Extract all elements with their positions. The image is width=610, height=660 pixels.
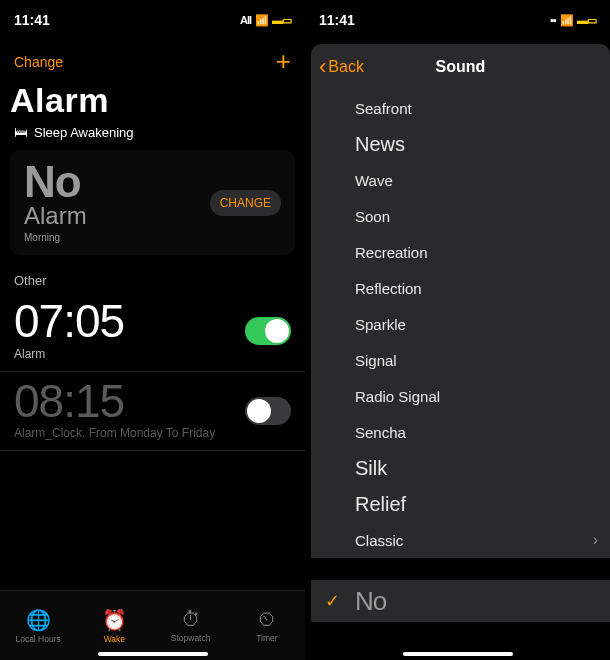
change-sleep-button[interactable]: CHANGE — [210, 190, 281, 216]
sound-option[interactable]: Signal — [311, 342, 610, 378]
sound-option[interactable]: Soon — [311, 198, 610, 234]
other-section-label: Other — [0, 255, 305, 292]
tab-label: Local Hours — [15, 634, 60, 644]
home-indicator[interactable] — [403, 652, 513, 656]
sound-option[interactable]: Radio Signal — [311, 378, 610, 414]
left-phone: 11:41 All 📶 ▬▭ Change + Alarm 🛏 Sleep Aw… — [0, 0, 305, 660]
page-title: Alarm — [0, 77, 305, 124]
status-time: 11:41 — [14, 12, 50, 28]
sound-label: Soon — [355, 208, 390, 225]
sound-label: Sencha — [355, 424, 406, 441]
status-bar: 11:41 All 📶 ▬▭ — [0, 0, 305, 40]
sound-option[interactable]: Sencha — [311, 414, 610, 450]
tab-stopwatch[interactable]: ⏱ Stopwatch — [153, 591, 229, 660]
alarm-row[interactable]: 08:15 Alarm_Clock. From Monday To Friday — [0, 372, 305, 452]
add-alarm-icon[interactable]: + — [276, 46, 291, 77]
battery-icon: ▬▭ — [577, 14, 596, 27]
back-button[interactable]: ‹ Back — [311, 54, 364, 80]
status-time: 11:41 — [319, 12, 355, 28]
edit-button[interactable]: Change — [14, 54, 63, 70]
toggle-knob — [247, 399, 271, 423]
sound-option[interactable]: Seafront — [311, 90, 610, 126]
tab-label: Timer — [256, 633, 277, 643]
sound-label: Radio Signal — [355, 388, 440, 405]
alarm-row[interactable]: 07:05 Alarm — [0, 292, 305, 372]
chevron-right-icon: › — [593, 531, 598, 549]
stopwatch-icon: ⏱ — [181, 608, 201, 631]
selected-sound-label: No — [355, 586, 386, 617]
sound-option[interactable]: Recreation — [311, 234, 610, 270]
back-label: Back — [328, 58, 364, 76]
alarm-label: Alarm — [14, 347, 291, 369]
selected-sound-row[interactable]: ✓ No — [311, 580, 610, 622]
wifi-icon: 📶 — [255, 14, 268, 27]
battery-icon: ▬▭ — [272, 14, 291, 27]
sleep-alarm-line3: Morning — [24, 232, 281, 243]
home-indicator[interactable] — [98, 652, 208, 656]
status-icons: ▪▪ 📶 ▬▭ — [550, 14, 596, 27]
toggle-knob — [265, 319, 289, 343]
sound-option[interactable]: Relief — [311, 486, 610, 522]
sleep-alarm-card: No Alarm Morning CHANGE — [10, 150, 295, 255]
signal-icon: ▪▪ — [550, 14, 556, 26]
sound-label: Wave — [355, 172, 393, 189]
sound-label: Recreation — [355, 244, 428, 261]
nav-title: Sound — [436, 58, 486, 76]
sound-option[interactable]: Reflection — [311, 270, 610, 306]
sound-list: Seafront News Wave Soon Recreation Refle… — [311, 90, 610, 558]
sound-label: Sparkle — [355, 316, 406, 333]
right-phone: 11:41 ▪▪ 📶 ▬▭ ‹ Back Sound Seafront News… — [305, 0, 610, 660]
tab-timer[interactable]: ⏲ Timer — [229, 591, 305, 660]
sound-option[interactable]: Wave — [311, 162, 610, 198]
sound-label: Reflection — [355, 280, 422, 297]
alarm-icon: ⏰ — [102, 608, 127, 632]
sound-label: News — [355, 133, 405, 156]
wifi-icon: 📶 — [560, 14, 573, 27]
tab-label: Stopwatch — [171, 633, 211, 643]
list-gap — [311, 558, 610, 580]
tab-label: Wake — [104, 634, 125, 644]
status-bar: 11:41 ▪▪ 📶 ▬▭ — [305, 0, 610, 40]
alarm-toggle[interactable] — [245, 397, 291, 425]
sound-label: Classic — [355, 532, 403, 549]
timer-icon: ⏲ — [257, 608, 277, 631]
sound-option[interactable]: Silk — [311, 450, 610, 486]
header-bar: Change + — [0, 40, 305, 77]
checkmark-icon: ✓ — [325, 590, 340, 612]
nav-bar: ‹ Back Sound — [311, 44, 610, 90]
status-icons: All 📶 ▬▭ — [240, 14, 291, 27]
sound-label: Silk — [355, 457, 387, 480]
sound-label: Signal — [355, 352, 397, 369]
tab-local-hours[interactable]: 🌐 Local Hours — [0, 591, 76, 660]
alarm-toggle[interactable] — [245, 317, 291, 345]
sound-option[interactable]: News — [311, 126, 610, 162]
tab-bar: 🌐 Local Hours ⏰ Wake ⏱ Stopwatch ⏲ Timer — [0, 590, 305, 660]
chevron-left-icon: ‹ — [319, 54, 326, 80]
sound-option[interactable]: Sparkle — [311, 306, 610, 342]
carrier-label: All — [240, 14, 251, 26]
sound-option-classic[interactable]: Classic › — [311, 522, 610, 558]
sound-label: Seafront — [355, 100, 412, 117]
alarm-label: Alarm_Clock. From Monday To Friday — [14, 426, 291, 448]
tab-wake[interactable]: ⏰ Wake — [76, 591, 152, 660]
sleep-section-label: Sleep Awakening — [34, 125, 134, 140]
sound-label: Relief — [355, 493, 406, 516]
sleep-section-header: 🛏 Sleep Awakening — [0, 124, 305, 150]
bed-icon: 🛏 — [14, 124, 28, 140]
globe-icon: 🌐 — [26, 608, 51, 632]
